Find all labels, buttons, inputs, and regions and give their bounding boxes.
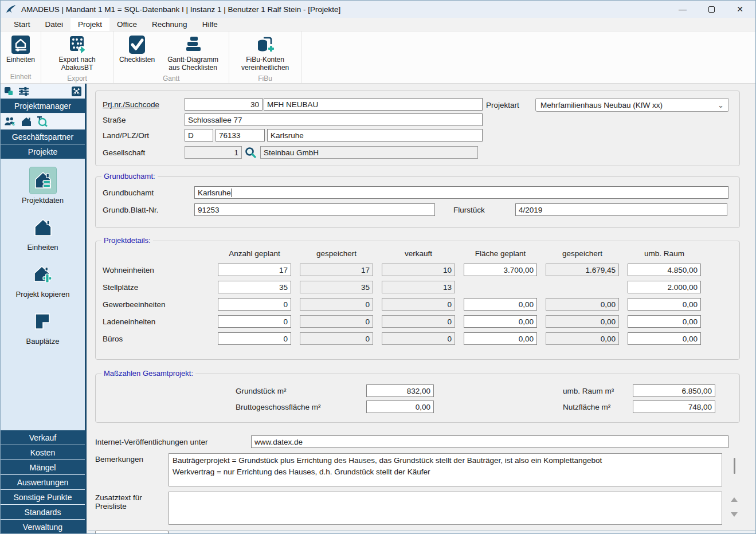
cell-input[interactable]: 0 xyxy=(218,332,291,345)
gantt-diagramm-button[interactable]: Gantt-Diagramm aus Checklisten xyxy=(160,34,225,73)
land-input[interactable]: D xyxy=(185,129,213,142)
scroll-down-icon[interactable] xyxy=(731,512,738,517)
cell-input[interactable]: 0 xyxy=(218,298,291,311)
brutto-label: Bruttogeschossfläche m² xyxy=(236,403,366,411)
sidebar-item-verkauf[interactable]: Verkauf xyxy=(1,430,85,445)
cell-field: 35 xyxy=(300,281,373,293)
grundstueck-input[interactable]: 832,00 xyxy=(366,384,434,397)
bottom-strip xyxy=(88,531,755,533)
cell-input[interactable]: 0,00 xyxy=(628,298,701,311)
ribbon-group-label: FiBu xyxy=(233,73,297,85)
database-merge-icon xyxy=(256,35,275,54)
einheiten-sidebar-button[interactable]: Einheiten xyxy=(27,214,58,252)
cell-input[interactable]: 0,00 xyxy=(628,332,701,345)
plot-corner-icon xyxy=(33,312,52,331)
projekt-kopieren-button[interactable]: Projekt kopieren xyxy=(16,261,70,299)
home-icon[interactable] xyxy=(21,117,32,127)
cell-field: 0 xyxy=(382,315,455,328)
sidebar-toolbar-top xyxy=(1,84,85,99)
sidebar-section-projektmanager[interactable]: Projektmanager xyxy=(1,99,85,113)
scroll-up-icon[interactable] xyxy=(731,497,738,502)
prjnr-input[interactable]: 30 xyxy=(185,98,263,111)
tab-stammdaten-kalk[interactable]: Stammdaten/Kalk. xyxy=(95,531,169,534)
cell-input[interactable]: 35 xyxy=(218,281,291,293)
grundbuchamt-input[interactable]: Karlsruhe xyxy=(194,186,728,199)
minimize-button[interactable]: — xyxy=(671,2,695,17)
sidebar-bottom-nav: Verkauf Kosten Mängel Auswertungen Sonst… xyxy=(1,430,85,534)
cell-input[interactable]: 3.700,00 xyxy=(464,264,537,276)
checklisten-button[interactable]: Checklisten xyxy=(117,34,157,65)
panel-close-icon[interactable] xyxy=(72,87,81,96)
title-bar: AMADEUS | Mandant 1 M1 = SQL-Datenbank I… xyxy=(1,1,755,18)
cell-input[interactable]: 0,00 xyxy=(464,332,537,345)
einheiten-button[interactable]: Einheiten xyxy=(4,34,37,65)
sidebar-item-auswertungen[interactable]: Auswertungen xyxy=(1,475,85,489)
col-header: gespeichert xyxy=(546,249,619,259)
cell-input[interactable]: 0,00 xyxy=(464,298,537,311)
partner-euro-icon[interactable]: € xyxy=(4,116,17,127)
cell-input[interactable]: 0,00 xyxy=(464,315,537,328)
bauplaetze-button[interactable]: Bauplätze xyxy=(26,308,60,345)
ribbon-toolbar: Einheiten Einheit Export nach AbakusBT xyxy=(1,32,755,84)
ribbon-group-label: Gantt xyxy=(117,73,225,85)
sidebar-item-verwaltung[interactable]: Verwaltung xyxy=(1,520,85,534)
cell-field: 0 xyxy=(300,332,373,345)
sidebar-section-geschaeftspartner[interactable]: Geschäftspartner xyxy=(1,129,85,144)
prjname-input[interactable]: MFH NEUBAU xyxy=(264,98,483,111)
sidebar-section-projekte[interactable]: Projekte xyxy=(1,144,85,159)
scrollbar-thumb[interactable] xyxy=(734,458,735,474)
cell-input[interactable]: 2.000,00 xyxy=(628,281,701,293)
close-button[interactable]: ✕ xyxy=(728,2,752,17)
sidebar-item-kosten[interactable]: Kosten xyxy=(1,445,85,460)
cell-field: 0 xyxy=(300,298,373,311)
cell-input[interactable]: 0,00 xyxy=(628,315,701,328)
grundbuchamt-legend: Grundbuchamt: xyxy=(101,172,158,180)
projektart-select[interactable]: Mehrfamilienhaus Neubau (KfW xx) ⌄ xyxy=(535,98,729,112)
maximize-button[interactable] xyxy=(699,2,723,17)
ribbon-group-fibu: FiBu-Konten vereinheitlichen FiBu xyxy=(229,32,301,83)
sidebar-toolbar-partner: € xyxy=(1,113,85,129)
sliders-icon[interactable] xyxy=(18,87,29,96)
menu-item-rechnung[interactable]: Rechnung xyxy=(144,18,195,31)
house-data-icon xyxy=(33,171,53,190)
strasse-input[interactable]: Schlossallee 77 xyxy=(185,113,483,126)
cell-field: 1.679,45 xyxy=(546,264,619,276)
brutto-input[interactable]: 0,00 xyxy=(366,400,434,413)
fibu-konten-button[interactable]: FiBu-Konten vereinheitlichen xyxy=(233,34,297,73)
projektdaten-button[interactable]: Projektdaten xyxy=(22,167,64,205)
copy-icon[interactable] xyxy=(4,87,14,96)
export-abakusbt-button[interactable]: Export nach AbakusBT xyxy=(45,34,109,73)
nutzflaeche-input[interactable]: 748,00 xyxy=(633,400,715,413)
sidebar-item-standards[interactable]: Standards xyxy=(1,505,85,519)
grundbuch-blatt-input[interactable]: 91253 xyxy=(194,203,435,216)
cell-input[interactable]: 0 xyxy=(218,315,291,328)
masszahlen-box: Maßzahlen Gesamtprojekt: Grundstück m² 8… xyxy=(95,374,740,423)
menu-item-projekt[interactable]: Projekt xyxy=(70,18,109,31)
cell-input[interactable]: 17 xyxy=(218,264,291,276)
flurstueck-input[interactable]: 4/2019 xyxy=(515,203,727,216)
projektart-label: Projektart xyxy=(486,101,535,109)
zusatztext-textarea[interactable] xyxy=(169,492,722,525)
row-label-stellplaetze: Stellplätze xyxy=(103,283,209,292)
project-header-box: Prj.nr./Suchcode 30 MFH NEUBAU Straße Sc… xyxy=(95,91,740,166)
menu-item-start[interactable]: Start xyxy=(6,18,38,31)
sidebar-item-maengel[interactable]: Mängel xyxy=(1,460,85,474)
sidebar-item-sonstige-punkte[interactable]: Sonstige Punkte xyxy=(1,490,85,504)
bemerkungen-label: Bemerkungen xyxy=(95,453,169,464)
search-plus-icon[interactable] xyxy=(36,116,48,127)
umbraum-input[interactable]: 6.850,00 xyxy=(633,384,715,397)
bemerkungen-textarea[interactable]: Bauträgerprojekt = Grundstück plus Erric… xyxy=(169,453,722,486)
cell-input[interactable]: 4.850,00 xyxy=(628,264,701,276)
menu-item-datei[interactable]: Datei xyxy=(38,18,71,31)
menu-item-office[interactable]: Office xyxy=(109,18,144,31)
plz-input[interactable]: 76133 xyxy=(216,129,265,142)
cell-field: 0,00 xyxy=(546,315,619,328)
ort-input[interactable]: Karlsruhe xyxy=(267,129,483,142)
app-window: AMADEUS | Mandant 1 M1 = SQL-Datenbank I… xyxy=(0,0,756,534)
abacus-export-icon xyxy=(68,35,87,54)
internet-input[interactable]: www.datex.de xyxy=(251,435,728,448)
gesellschaft-lookup-button[interactable] xyxy=(242,147,259,158)
menu-item-hilfe[interactable]: Hilfe xyxy=(195,18,225,31)
col-header: umb. Raum xyxy=(628,249,701,259)
flurstueck-label: Flurstück xyxy=(453,206,515,214)
